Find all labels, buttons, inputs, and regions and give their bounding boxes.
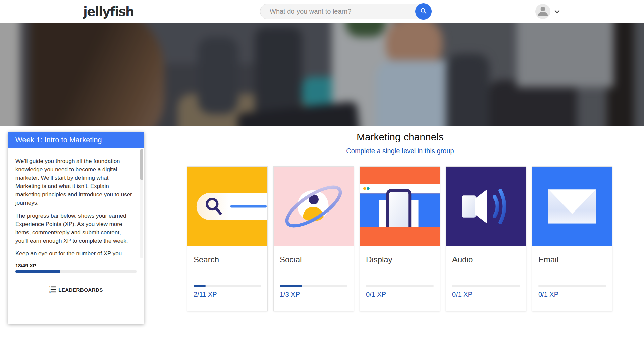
profile-planet-illustration bbox=[274, 167, 354, 246]
card-body: Search 2/11 XP bbox=[187, 246, 267, 311]
week-progress-bar bbox=[15, 270, 137, 273]
channel-card-search[interactable]: Search 2/11 XP bbox=[187, 166, 268, 311]
channel-card-audio[interactable]: Audio 0/1 XP bbox=[446, 166, 526, 311]
card-title: Audio bbox=[452, 255, 520, 264]
search-input[interactable] bbox=[260, 4, 431, 19]
week-description-paragraph: The progress bar below, shows your earne… bbox=[15, 212, 134, 245]
card-xp-label: 0/1 XP bbox=[538, 291, 558, 298]
week-description-paragraph: Keep an eye out for the number of XP you bbox=[15, 250, 134, 258]
account-menu[interactable] bbox=[535, 4, 560, 19]
svg-text:2: 2 bbox=[49, 288, 51, 291]
search-icon bbox=[420, 7, 427, 16]
card-xp-label: 0/1 XP bbox=[366, 291, 386, 298]
week-description-paragraph: We’ll guide you through all the foundati… bbox=[15, 157, 134, 207]
person-icon bbox=[535, 4, 550, 19]
avatar[interactable] bbox=[535, 4, 550, 19]
leaderboards-button[interactable]: 1 2 3 LEADERBOARDS bbox=[49, 286, 103, 294]
card-xp-label: 0/1 XP bbox=[452, 291, 472, 298]
card-progress-bar bbox=[366, 285, 434, 287]
week-description-scroll-area[interactable]: We’ll guide you through all the foundati… bbox=[8, 148, 144, 261]
card-progress-bar bbox=[194, 285, 261, 287]
browser-phone-illustration bbox=[360, 167, 440, 246]
card-progress-fill bbox=[280, 285, 302, 287]
card-progress-bar bbox=[538, 285, 606, 287]
card-title: Social bbox=[280, 255, 347, 264]
top-navbar: jellyfish bbox=[0, 0, 644, 23]
jellyfish-logo[interactable]: jellyfish bbox=[83, 5, 134, 19]
search-button[interactable] bbox=[415, 3, 432, 20]
global-search bbox=[260, 4, 431, 19]
chevron-down-icon[interactable] bbox=[554, 9, 560, 14]
search-bar-illustration bbox=[187, 167, 267, 246]
card-body: Email 0/1 XP bbox=[532, 246, 612, 311]
channel-card-social[interactable]: Social 1/3 XP bbox=[273, 166, 354, 311]
card-title: Search bbox=[194, 255, 261, 264]
card-xp-label: 2/11 XP bbox=[194, 291, 217, 298]
week-panel: Week 1: Intro to Marketing We’ll guide y… bbox=[8, 132, 144, 324]
week-xp-label: 18/49 XP bbox=[8, 261, 144, 268]
card-body: Social 1/3 XP bbox=[274, 246, 354, 311]
card-body: Display 0/1 XP bbox=[360, 246, 440, 311]
svg-text:1: 1 bbox=[49, 286, 51, 288]
channel-card-email[interactable]: Email 0/1 XP bbox=[532, 166, 612, 311]
scrollbar-thumb[interactable] bbox=[140, 149, 143, 180]
leaderboards-label: LEADERBOARDS bbox=[58, 287, 103, 293]
svg-text:3: 3 bbox=[49, 291, 51, 293]
numbered-list-icon: 1 2 3 bbox=[49, 286, 56, 294]
week-progress-fill bbox=[15, 270, 60, 273]
card-xp-label: 1/3 XP bbox=[280, 291, 300, 298]
channel-group-section: Marketing channels Complete a single lev… bbox=[187, 126, 613, 311]
group-requirement-link[interactable]: Complete a single level in this group bbox=[187, 147, 613, 155]
channel-cards-row: Search 2/11 XP bbox=[187, 166, 613, 311]
speaker-illustration bbox=[446, 167, 526, 246]
card-body: Audio 0/1 XP bbox=[446, 246, 526, 311]
hero-banner-image bbox=[0, 23, 644, 126]
card-progress-bar bbox=[452, 285, 520, 287]
channel-card-display[interactable]: Display 0/1 XP bbox=[360, 166, 440, 311]
group-title: Marketing channels bbox=[187, 131, 613, 143]
card-title: Email bbox=[538, 255, 606, 264]
week-panel-title: Week 1: Intro to Marketing bbox=[8, 132, 144, 148]
card-progress-fill bbox=[194, 285, 206, 287]
card-title: Display bbox=[366, 255, 434, 264]
envelope-illustration bbox=[532, 167, 612, 246]
card-progress-bar bbox=[280, 285, 347, 287]
